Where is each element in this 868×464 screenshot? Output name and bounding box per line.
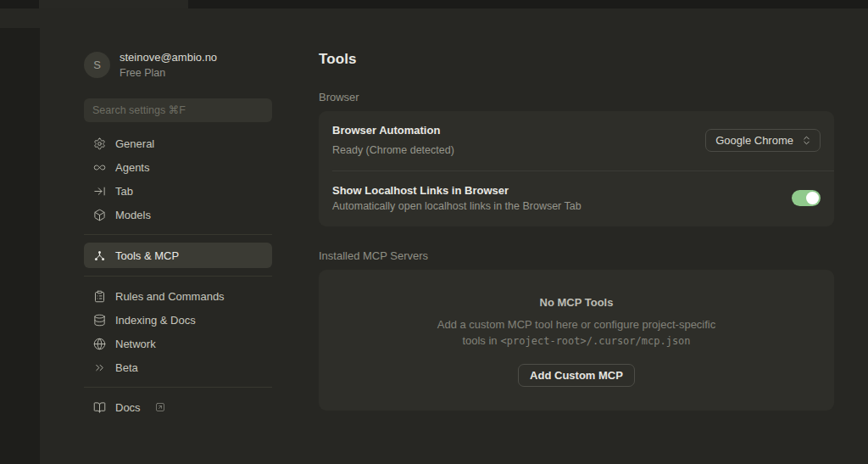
browser-select[interactable]: Google Chrome (705, 129, 821, 152)
mcp-empty-state-card: No MCP Tools Add a custom MCP tool here … (319, 270, 834, 411)
sidebar-item-label: Agents (115, 161, 149, 174)
sidebar-item-general[interactable]: General (84, 131, 272, 155)
setting-subtitle: Ready (Chrome detected) (332, 144, 454, 156)
sidebar-item-label: Network (115, 338, 156, 350)
settings-sidebar: S steinove@ambio.no Free Plan General Ag… (84, 51, 272, 419)
setting-title: Browser Automation (332, 124, 454, 137)
mcp-empty-description-line2: tools in<project-root>/.cursor/mcp.json (437, 333, 716, 349)
mcp-empty-description-line1: Add a custom MCP tool here or configure … (437, 316, 716, 333)
sidebar-item-agents[interactable]: Agents (84, 155, 272, 179)
account-text: steinove@ambio.no Free Plan (120, 51, 217, 79)
sidebar-item-models[interactable]: Models (84, 203, 272, 226)
external-link-icon (155, 402, 165, 412)
sidebar-divider (84, 276, 272, 277)
activity-bar (0, 28, 40, 464)
sidebar-item-label: Tab (115, 185, 133, 198)
settings-nav: General Agents Tab Models (84, 131, 272, 419)
sidebar-item-beta[interactable]: Beta (84, 355, 272, 379)
window-title-bar (0, 0, 868, 8)
setting-text: Show Localhost Links in Browser Automati… (332, 184, 581, 212)
sidebar-item-label: Tools & MCP (115, 249, 179, 262)
setting-row-browser-automation: Browser Automation Ready (Chrome detecte… (319, 111, 834, 171)
account-email: steinove@ambio.no (120, 51, 217, 64)
mcp-section-label: Installed MCP Servers (319, 249, 834, 262)
clipboard-icon (92, 289, 106, 303)
page-title: Tools (319, 51, 834, 68)
sidebar-item-label: Models (115, 209, 151, 221)
sidebar-item-rules-commands[interactable]: Rules and Commands (84, 284, 272, 308)
sidebar-item-label: Indexing & Docs (115, 314, 196, 327)
sidebar-item-network[interactable]: Network (84, 332, 272, 355)
toggle-knob (806, 192, 819, 204)
book-open-icon (92, 400, 106, 414)
globe-icon (92, 337, 106, 350)
sidebar-item-tab[interactable]: Tab (84, 179, 272, 203)
browser-section-label: Browser (319, 91, 834, 103)
sidebar-item-label: Beta (115, 361, 138, 374)
tab-arrow-icon (92, 184, 106, 198)
infinity-icon (92, 160, 106, 174)
avatar-initial: S (93, 59, 101, 71)
mcp-path-prefix: tools in (462, 334, 497, 347)
sidebar-item-tools-mcp[interactable]: Tools & MCP (84, 243, 272, 268)
sidebar-item-docs[interactable]: Docs (84, 395, 272, 419)
account-info: S steinove@ambio.no Free Plan (84, 51, 272, 79)
search-input[interactable] (84, 98, 272, 122)
sidebar-item-indexing-docs[interactable]: Indexing & Docs (84, 308, 272, 332)
gear-icon (92, 137, 106, 150)
mcp-empty-title: No MCP Tools (540, 296, 614, 309)
setting-title: Show Localhost Links in Browser (332, 184, 581, 197)
add-custom-mcp-button[interactable]: Add Custom MCP (518, 364, 635, 387)
browser-settings-card: Browser Automation Ready (Chrome detecte… (319, 111, 834, 226)
sidebar-item-label: General (115, 137, 154, 150)
setting-text: Browser Automation Ready (Chrome detecte… (332, 124, 454, 156)
mcp-empty-description: Add a custom MCP tool here or configure … (437, 316, 716, 349)
browser-select-value: Google Chrome (715, 134, 793, 147)
chevrons-up-down-icon (801, 135, 812, 146)
sidebar-divider (84, 234, 272, 235)
account-plan: Free Plan (120, 67, 217, 79)
avatar: S (84, 52, 110, 78)
active-editor-tab[interactable] (39, 0, 188, 8)
setting-subtitle: Automatically open localhost links in th… (332, 200, 581, 212)
sidebar-item-label: Rules and Commands (115, 290, 225, 303)
chevrons-right-icon (92, 361, 106, 374)
sidebar-divider (84, 387, 272, 388)
network-nodes-icon (92, 249, 106, 262)
localhost-links-toggle[interactable] (792, 190, 821, 206)
mcp-config-path: <project-root>/.cursor/mcp.json (501, 335, 691, 347)
setting-row-localhost-links: Show Localhost Links in Browser Automati… (319, 171, 834, 226)
settings-content: Tools Browser Browser Automation Ready (… (319, 51, 834, 411)
database-icon (92, 313, 106, 327)
cube-icon (92, 208, 106, 221)
sidebar-item-label: Docs (115, 401, 141, 414)
